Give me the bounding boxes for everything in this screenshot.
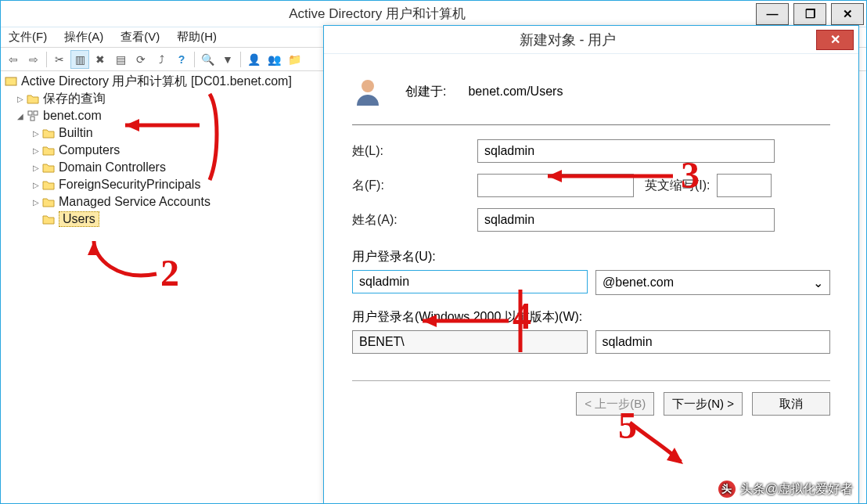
- expand-icon[interactable]: ▷: [31, 146, 41, 155]
- folder-icon: [41, 195, 56, 209]
- user-head-icon: [352, 76, 383, 107]
- main-titlebar: Active Directory 用户和计算机 — ❐ ✕: [1, 1, 866, 27]
- refresh-icon[interactable]: ⟳: [131, 50, 150, 69]
- close-button[interactable]: ✕: [831, 3, 864, 25]
- back-icon[interactable]: ⇦: [4, 50, 23, 69]
- tree-domain-controllers[interactable]: ▷ Domain Controllers: [4, 159, 348, 176]
- delete-icon[interactable]: ✖: [91, 50, 110, 69]
- export-icon[interactable]: ⤴: [152, 50, 171, 69]
- menu-help[interactable]: 帮助(H): [174, 28, 220, 46]
- svg-point-4: [362, 80, 374, 92]
- divider: [352, 124, 830, 125]
- last-name-input[interactable]: [477, 139, 775, 163]
- tree-builtin[interactable]: ▷ Builtin: [4, 124, 348, 142]
- first-name-input[interactable]: [477, 174, 634, 197]
- folder-icon: [41, 143, 56, 157]
- menu-view[interactable]: 查看(V): [117, 28, 163, 46]
- tree-msa[interactable]: ▷ Managed Service Accounts: [4, 193, 348, 211]
- nt-user-input[interactable]: [595, 330, 831, 354]
- new-user-dialog: 新建对象 - 用户 ✕ 创建于: benet.com/Users 姓(L): 名…: [323, 25, 859, 504]
- tree-fsp[interactable]: ▷ ForeignSecurityPrincipals: [4, 176, 348, 193]
- menu-file[interactable]: 文件(F): [5, 28, 50, 46]
- last-name-label: 姓(L):: [352, 143, 477, 160]
- cancel-button[interactable]: 取消: [752, 392, 830, 416]
- aduc-root-icon: [4, 74, 18, 88]
- nt-domain-input: [352, 330, 588, 354]
- chevron-down-icon: ⌄: [813, 275, 823, 290]
- next-button[interactable]: 下一步(N) >: [664, 392, 743, 416]
- dialog-titlebar: 新建对象 - 用户 ✕: [324, 26, 858, 54]
- expand-icon[interactable]: ▷: [31, 129, 41, 138]
- forward-icon[interactable]: ⇨: [24, 50, 43, 69]
- cut-icon[interactable]: ✂: [50, 50, 69, 69]
- folder-icon: [41, 126, 56, 140]
- dialog-close-button[interactable]: ✕: [816, 30, 854, 50]
- ou-icon: [41, 160, 56, 175]
- divider: [352, 380, 830, 381]
- back-button[interactable]: < 上一步(B): [576, 392, 654, 416]
- full-name-input[interactable]: [477, 208, 775, 232]
- expand-icon[interactable]: ▷: [31, 164, 41, 172]
- new-user-icon[interactable]: 👤: [244, 50, 263, 69]
- svg-rect-0: [5, 77, 16, 85]
- logon-name-input[interactable]: [352, 270, 588, 293]
- tree-domain[interactable]: ◢ benet.com: [4, 107, 348, 124]
- tree-root-node[interactable]: Active Directory 用户和计算机 [DC01.benet.com]: [4, 73, 348, 90]
- menu-action[interactable]: 操作(A): [61, 28, 106, 46]
- new-group-icon[interactable]: 👥: [264, 50, 283, 69]
- svg-rect-2: [34, 111, 38, 115]
- dialog-header: 创建于: benet.com/Users: [352, 68, 830, 115]
- maximize-button[interactable]: ❐: [793, 3, 826, 25]
- domain-suffix-select[interactable]: @benet.com ⌄: [595, 270, 830, 295]
- toutiao-icon: 头: [718, 481, 736, 498]
- logon-name-label: 用户登录名(U):: [352, 249, 830, 265]
- expand-icon[interactable]: ▷: [31, 198, 41, 207]
- tree-computers[interactable]: ▷ Computers: [4, 142, 348, 159]
- tree-label: 保存的查询: [43, 91, 106, 107]
- tree-saved-queries[interactable]: ▷ 保存的查询: [4, 90, 348, 107]
- folder-icon: [26, 92, 40, 106]
- minimize-button[interactable]: —: [756, 3, 789, 25]
- watermark: 头 头条@虚拟化爱好者: [718, 481, 853, 498]
- tree-label: Users: [59, 211, 99, 227]
- folder-icon: [41, 212, 56, 226]
- tree-label: Managed Service Accounts: [59, 195, 210, 209]
- initials-label: 英文缩写(I):: [645, 178, 711, 194]
- filter-icon[interactable]: ▼: [218, 50, 237, 69]
- main-window-title: Active Directory 用户和计算机: [1, 5, 754, 23]
- tree-label: Domain Controllers: [59, 160, 166, 175]
- folder-icon: [41, 178, 56, 192]
- tree-panel: Active Directory 用户和计算机 [DC01.benet.com]…: [4, 73, 348, 495]
- watermark-text: 头条@虚拟化爱好者: [740, 481, 853, 498]
- domain-suffix-value: @benet.com: [603, 275, 674, 290]
- find-icon[interactable]: 🔍: [198, 50, 217, 69]
- tree-label: ForeignSecurityPrincipals: [59, 178, 200, 192]
- collapse-icon[interactable]: ◢: [15, 112, 26, 121]
- created-in-label: 创建于:: [405, 84, 446, 100]
- properties-icon[interactable]: ▤: [111, 50, 130, 69]
- created-in-value: benet.com/Users: [468, 85, 563, 99]
- expand-icon[interactable]: ▷: [15, 95, 26, 103]
- help-icon[interactable]: ?: [172, 50, 191, 69]
- expand-icon[interactable]: ▷: [31, 181, 41, 189]
- domain-icon: [26, 109, 40, 123]
- tree-label: Computers: [59, 143, 120, 157]
- dialog-title: 新建对象 - 用户: [324, 31, 811, 49]
- full-name-label: 姓名(A):: [352, 212, 477, 229]
- show-hide-tree-icon[interactable]: ▥: [70, 50, 89, 69]
- svg-rect-1: [28, 111, 32, 115]
- new-ou-icon[interactable]: 📁: [285, 50, 304, 69]
- tree-label: Builtin: [59, 126, 93, 140]
- initials-input[interactable]: [717, 174, 772, 197]
- first-name-label: 名(F):: [352, 178, 477, 194]
- tree-root-label: Active Directory 用户和计算机 [DC01.benet.com]: [21, 74, 292, 90]
- svg-rect-3: [31, 117, 34, 121]
- tree-users[interactable]: Users: [4, 211, 348, 228]
- tree-label: benet.com: [43, 109, 102, 123]
- logon-nt-label: 用户登录名(Windows 2000 以前版本)(W):: [352, 309, 830, 326]
